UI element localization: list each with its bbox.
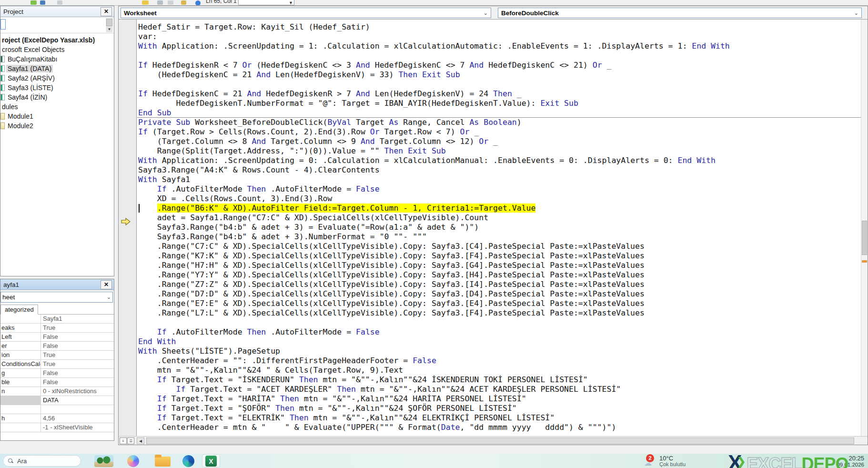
toolbar-icon-fragment bbox=[168, 0, 173, 5]
property-row[interactable]: -1 - xlSheetVisible bbox=[0, 423, 114, 432]
property-label bbox=[0, 396, 41, 405]
horizontal-scrollbar[interactable]: ≡ ☰ ◀ bbox=[119, 436, 868, 445]
copilot-icon[interactable] bbox=[127, 455, 139, 467]
tree-item[interactable]: roject (ExcelDepo Yasar.xlsb) bbox=[0, 35, 114, 45]
toolbar-icon-fragment bbox=[30, 0, 37, 5]
properties-object-dropdown[interactable]: heet ⌄ bbox=[0, 292, 113, 303]
code-line: If .AutoFilterMode Then .AutoFilterMode … bbox=[138, 327, 730, 337]
property-row[interactable]: h4,56 bbox=[0, 414, 114, 423]
code-line: If Target.Text = "ELEKTRİK" Then mtn = "… bbox=[138, 413, 730, 423]
property-value[interactable]: False bbox=[41, 378, 114, 387]
project-toolbar-button[interactable] bbox=[0, 19, 6, 30]
tree-item-label: roject (ExcelDepo Yasar.xlsb) bbox=[0, 36, 96, 44]
indicator-margin[interactable] bbox=[119, 20, 137, 437]
file-explorer-icon[interactable] bbox=[155, 457, 171, 467]
property-row[interactable]: n0 - xlNoRestrictions bbox=[0, 387, 114, 396]
property-row[interactable]: LeftFalse bbox=[0, 333, 114, 342]
code-line: With Application: .ScreenUpdating = 1: .… bbox=[138, 41, 730, 51]
brand-excel-text: EXCEL bbox=[747, 454, 801, 468]
properties-titlebar[interactable]: ayfa1 ✕ bbox=[0, 279, 114, 290]
code-line: Private Sub Worksheet_BeforeDoubleClick(… bbox=[138, 118, 730, 127]
procedure-view-button[interactable]: ≡ bbox=[120, 437, 127, 444]
tree-item[interactable]: Sayfa1 (DATA) bbox=[0, 64, 114, 73]
property-value[interactable]: -1 - xlSheetVisible bbox=[41, 423, 114, 432]
property-value[interactable]: False bbox=[41, 369, 114, 377]
workbook-icon bbox=[0, 56, 5, 62]
project-tree[interactable]: roject (ExcelDepo Yasar.xlsb)crosoft Exc… bbox=[0, 33, 114, 131]
code-line: If HedefDegiskenC = 21 And HedefDegisken… bbox=[138, 89, 730, 99]
property-value[interactable]: Sayfa1 bbox=[41, 315, 114, 323]
project-scrollbar[interactable]: ▼ bbox=[106, 18, 113, 32]
property-value[interactable]: DATA bbox=[41, 396, 114, 405]
code-line: With Sheets("LİSTE").PageSetup bbox=[138, 346, 730, 356]
property-value[interactable]: False bbox=[41, 342, 114, 350]
tree-item[interactable]: Module1 bbox=[0, 112, 114, 121]
properties-grid[interactable]: Sayfa1eaksTrueLeftFalseerFalseionTrueCon… bbox=[0, 315, 114, 432]
object-dropdown[interactable]: Worksheet ⌄ bbox=[121, 8, 491, 18]
property-row[interactable]: gFalse bbox=[0, 369, 114, 378]
tree-item-label: Sayfa3 (LİSTE) bbox=[6, 84, 55, 92]
widgets-thumbnail-icon[interactable] bbox=[94, 455, 113, 467]
property-value[interactable]: False bbox=[41, 333, 114, 341]
property-label: g bbox=[0, 369, 41, 377]
code-line: If .AutoFilterMode Then .AutoFilterMode … bbox=[138, 184, 730, 194]
taskbar-search[interactable]: Ara bbox=[3, 455, 81, 467]
tree-item[interactable]: Sayfa4 (İZİN) bbox=[0, 92, 114, 102]
edge-browser-icon[interactable] bbox=[182, 455, 194, 467]
property-row[interactable]: eaksTrue bbox=[0, 324, 114, 333]
sheet-icon bbox=[0, 65, 5, 72]
toolbar-icon-fragment bbox=[57, 0, 62, 5]
tree-item[interactable]: Sayfa3 (LİSTE) bbox=[0, 83, 114, 92]
excel-app-icon[interactable]: X bbox=[205, 456, 217, 467]
procedure-separator bbox=[137, 117, 862, 118]
code-line: .Range("K7:K" & XD).SpecialCells(xlCellT… bbox=[138, 251, 730, 261]
toolbar-combobox-fragment[interactable]: ▼ bbox=[238, 0, 294, 5]
project-titlebar[interactable]: Project ✕ bbox=[0, 6, 114, 17]
tree-item[interactable]: Sayfa2 (ARŞİV) bbox=[0, 73, 114, 83]
tree-item[interactable]: Module2 bbox=[0, 121, 114, 131]
project-close-button[interactable]: ✕ bbox=[101, 7, 112, 16]
property-value[interactable]: 4,56 bbox=[41, 414, 114, 423]
full-module-view-button[interactable]: ☰ bbox=[127, 437, 134, 444]
weather-widget[interactable]: 2 10°C Çok bulutlu bbox=[642, 454, 699, 468]
project-explorer-panel: Project ✕ ▼ roject (ExcelDepo Yasar.xlsb… bbox=[0, 6, 114, 276]
tree-item[interactable]: BuÇalışmaKitabı bbox=[0, 54, 114, 64]
code-editor[interactable]: Hedef_Satir = Target.Row: Kayit_Sil (Hed… bbox=[137, 20, 862, 437]
property-value[interactable]: True bbox=[41, 360, 114, 368]
code-line: .Range("H7:H" & XD).SpecialCells(xlCellT… bbox=[138, 261, 730, 270]
scrollbar-down-icon[interactable]: ▼ bbox=[106, 27, 112, 32]
tree-item[interactable]: crosoft Excel Objects bbox=[0, 45, 114, 54]
vertical-scrollbar[interactable] bbox=[861, 20, 868, 437]
property-row[interactable]: ConditionsCalcTrue bbox=[0, 360, 114, 369]
property-row[interactable]: DATA bbox=[0, 396, 114, 405]
property-row[interactable]: bleFalse bbox=[0, 378, 114, 387]
properties-close-button[interactable]: ✕ bbox=[101, 280, 112, 289]
procedure-dropdown[interactable]: BeforeDoubleClick ⌄ bbox=[498, 8, 862, 18]
chevron-down-icon: ⌄ bbox=[854, 10, 858, 16]
scrollbar-thumb[interactable] bbox=[106, 19, 112, 26]
chevron-down-icon: ⌄ bbox=[484, 10, 488, 16]
property-row[interactable]: erFalse bbox=[0, 342, 114, 351]
property-row[interactable]: Sayfa1 bbox=[0, 315, 114, 324]
code-line: Hedef_Satir = Target.Row: Kayit_Sil (Hed… bbox=[138, 22, 730, 32]
tree-item-label: BuÇalışmaKitabı bbox=[6, 55, 59, 63]
tree-item[interactable]: dules bbox=[0, 102, 114, 112]
property-value[interactable] bbox=[41, 405, 114, 414]
tab-categorized[interactable]: ategorized bbox=[0, 305, 38, 315]
scrollbar-thumb[interactable] bbox=[862, 221, 867, 255]
code-line bbox=[138, 318, 730, 327]
property-row[interactable]: ionTrue bbox=[0, 351, 114, 360]
property-value[interactable]: True bbox=[41, 351, 114, 359]
scroll-left-icon[interactable]: ◀ bbox=[137, 437, 144, 444]
property-value[interactable]: True bbox=[41, 324, 114, 332]
code-line: mtn = "&""-,Kalın""&24 " & Cells(Target.… bbox=[138, 366, 730, 375]
property-row[interactable] bbox=[0, 405, 114, 414]
taskbar-clock[interactable]: 20:25 09.01.2026 bbox=[837, 455, 864, 468]
tree-item-label: Sayfa4 (İZİN) bbox=[6, 93, 49, 101]
project-toolbar: ▼ bbox=[0, 17, 114, 33]
code-line: Sayfa3.Range("b4:b" & adet + 3).NumberFo… bbox=[138, 232, 730, 242]
property-value[interactable]: 0 - xlNoRestrictions bbox=[41, 387, 114, 396]
code-line: Sayfa3.Range("b4:b" & adet + 3) = Evalua… bbox=[138, 223, 730, 232]
properties-object-label: heet bbox=[2, 294, 15, 301]
scrollbar-thumb[interactable] bbox=[146, 437, 854, 444]
